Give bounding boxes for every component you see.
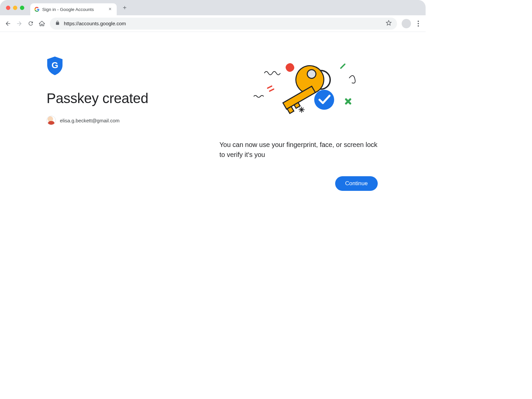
- tab-title: Sign in - Google Accounts: [42, 7, 94, 12]
- page-content: G Passkey created elisa.g.beckett@gmail.…: [0, 32, 426, 191]
- profile-avatar[interactable]: [402, 19, 411, 28]
- svg-line-2: [268, 86, 272, 88]
- browser-chrome: Sign in - Google Accounts https://accoun…: [0, 0, 426, 32]
- google-favicon-icon: [34, 7, 40, 12]
- close-window-icon[interactable]: [6, 6, 10, 10]
- maximize-window-icon[interactable]: [20, 6, 24, 10]
- continue-button[interactable]: Continue: [335, 176, 378, 191]
- window-controls[interactable]: [6, 6, 24, 10]
- star-icon[interactable]: [386, 20, 392, 27]
- minimize-window-icon[interactable]: [13, 6, 17, 10]
- close-tab-icon[interactable]: [107, 6, 113, 12]
- svg-line-3: [270, 89, 274, 91]
- new-tab-button[interactable]: [120, 3, 129, 12]
- reload-icon[interactable]: [27, 20, 34, 27]
- description-text: You can now use your fingerprint, face, …: [219, 140, 379, 160]
- page-title: Passkey created: [47, 90, 206, 106]
- svg-line-1: [341, 64, 345, 68]
- user-avatar-icon: [47, 116, 56, 125]
- tab-strip: Sign in - Google Accounts: [0, 0, 426, 15]
- browser-tab[interactable]: Sign in - Google Accounts: [30, 3, 117, 15]
- passkey-illustration: [228, 60, 371, 126]
- lock-icon: [55, 21, 60, 26]
- account-chip[interactable]: elisa.g.beckett@gmail.com: [47, 116, 206, 125]
- home-icon[interactable]: [39, 20, 45, 27]
- address-bar[interactable]: https://accounts.google.com: [50, 18, 397, 30]
- kebab-menu-icon[interactable]: [416, 21, 421, 27]
- right-column: You can now use your fingerprint, face, …: [219, 57, 379, 191]
- browser-toolbar: https://accounts.google.com: [0, 15, 426, 32]
- account-email: elisa.g.beckett@gmail.com: [60, 118, 119, 123]
- left-column: G Passkey created elisa.g.beckett@gmail.…: [47, 57, 206, 191]
- back-icon[interactable]: [5, 20, 11, 27]
- url-text: https://accounts.google.com: [64, 21, 126, 26]
- google-shield-logo-icon: G: [47, 57, 206, 76]
- svg-point-16: [314, 90, 334, 110]
- svg-text:G: G: [52, 60, 58, 70]
- forward-icon: [16, 20, 23, 27]
